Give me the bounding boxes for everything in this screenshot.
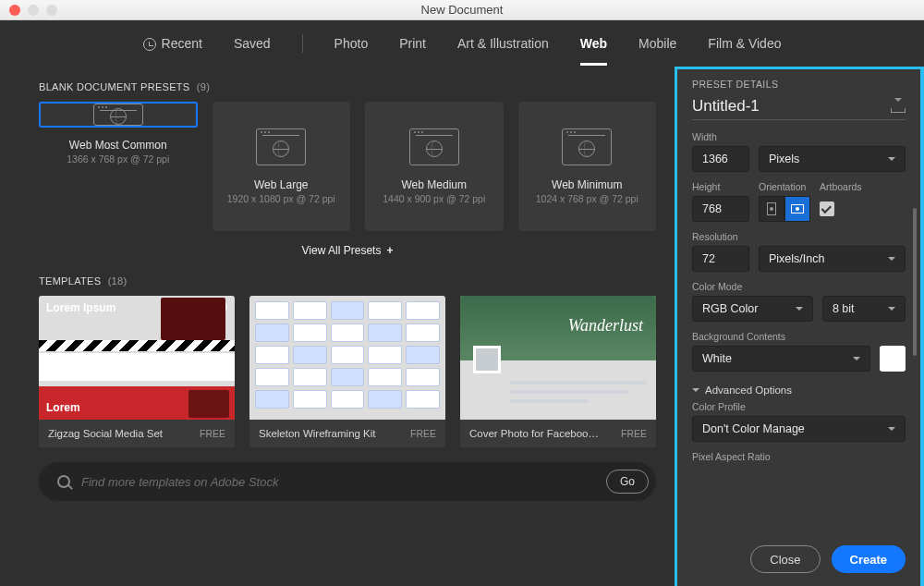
- height-input[interactable]: 768: [692, 196, 749, 222]
- clock-icon: [143, 38, 156, 51]
- plus-icon: +: [386, 244, 393, 257]
- tab-art[interactable]: Art & Illustration: [457, 32, 549, 55]
- orientation-portrait[interactable]: [759, 196, 784, 222]
- tab-film[interactable]: Film & Video: [708, 32, 781, 55]
- tab-recent[interactable]: Recent: [143, 32, 202, 55]
- dialog: Recent Saved Photo Print Art & Illustrat…: [0, 20, 924, 586]
- search-icon: [57, 475, 70, 488]
- bg-select[interactable]: White: [692, 346, 870, 372]
- presets-heading: BLANK DOCUMENT PRESETS (9): [39, 81, 656, 92]
- preset-web-minimum[interactable]: Web Minimum 1024 x 768 px @ 72 ppi: [518, 102, 657, 231]
- search-placeholder: Find more templates on Adobe Stock: [81, 475, 595, 489]
- save-preset-icon[interactable]: [891, 100, 906, 113]
- colorprofile-select[interactable]: Don't Color Manage: [692, 416, 906, 442]
- resolution-unit-select[interactable]: Pixels/Inch: [759, 246, 906, 272]
- zoom-window-icon[interactable]: [46, 5, 57, 16]
- template-coverphoto[interactable]: Wanderlust Cover Photo for Facebook with…: [460, 296, 656, 447]
- view-all-presets[interactable]: View All Presets+: [39, 244, 656, 257]
- height-label: Height: [692, 181, 749, 192]
- tab-photo[interactable]: Photo: [334, 32, 369, 55]
- artboards-label: Artboards: [820, 181, 862, 192]
- chevron-down-icon: [796, 307, 803, 314]
- templates-heading: TEMPLATES (18): [39, 275, 656, 287]
- par-label: Pixel Aspect Ratio: [692, 451, 906, 462]
- colorprofile-label: Color Profile: [692, 401, 906, 412]
- template-skeleton[interactable]: Skeleton Wireframing KitFREE: [249, 296, 445, 447]
- resolution-input[interactable]: 72: [692, 246, 749, 272]
- scrollbar[interactable]: [913, 79, 917, 521]
- orientation-landscape[interactable]: [784, 196, 810, 222]
- bitdepth-select[interactable]: 8 bit: [822, 296, 906, 322]
- orientation-toggle: [759, 196, 810, 222]
- tab-saved[interactable]: Saved: [234, 32, 271, 55]
- web-preset-icon: [562, 128, 612, 165]
- titlebar: New Document: [0, 0, 924, 20]
- close-window-icon[interactable]: [9, 5, 20, 16]
- tab-print[interactable]: Print: [399, 32, 426, 55]
- chevron-down-icon: [853, 357, 860, 364]
- width-input[interactable]: 1366: [692, 146, 749, 172]
- stock-search[interactable]: Find more templates on Adobe Stock Go: [39, 462, 656, 501]
- template-zigzag[interactable]: Lorem Ipsum 00 Lorem Zigzag Social Media…: [39, 296, 235, 447]
- window-title: New Document: [0, 3, 924, 17]
- preset-grid: Web Most Common 1366 x 768 px @ 72 ppi W…: [39, 102, 656, 231]
- colormode-select[interactable]: RGB Color: [692, 296, 813, 322]
- tab-mobile[interactable]: Mobile: [638, 32, 676, 55]
- document-name-input[interactable]: Untitled-1: [692, 97, 891, 116]
- orientation-label: Orientation: [759, 181, 810, 192]
- template-thumbnail: [249, 296, 445, 420]
- advanced-toggle[interactable]: Advanced Options: [692, 385, 906, 396]
- chevron-down-icon: [888, 307, 895, 314]
- preset-web-large[interactable]: Web Large 1920 x 1080 px @ 72 ppi: [213, 102, 351, 231]
- chevron-down-icon: [888, 427, 895, 434]
- minimize-window-icon[interactable]: [28, 5, 39, 16]
- web-preset-icon: [409, 128, 459, 165]
- template-thumbnail: Lorem Ipsum 00 Lorem: [39, 296, 235, 420]
- category-tabs: Recent Saved Photo Print Art & Illustrat…: [0, 20, 924, 67]
- artboards-checkbox[interactable]: [820, 201, 834, 216]
- preset-details-panel: PRESET DETAILS Untitled-1 Width 1366 Pix…: [675, 67, 924, 586]
- resolution-label: Resolution: [692, 231, 906, 242]
- preset-web-medium[interactable]: Web Medium 1440 x 900 px @ 72 ppi: [365, 102, 504, 231]
- bg-label: Background Contents: [692, 331, 906, 342]
- template-thumbnail: Wanderlust: [460, 296, 656, 420]
- bg-color-swatch[interactable]: [880, 346, 906, 372]
- content-area: BLANK DOCUMENT PRESETS (9) Web Most Comm…: [0, 67, 675, 586]
- web-preset-icon: [256, 128, 306, 165]
- panel-heading: PRESET DETAILS: [692, 79, 906, 90]
- template-grid: Lorem Ipsum 00 Lorem Zigzag Social Media…: [39, 296, 656, 447]
- chevron-down-icon: [888, 157, 895, 165]
- tab-web[interactable]: Web: [580, 32, 607, 55]
- chevron-down-icon: [692, 388, 699, 396]
- create-button[interactable]: Create: [832, 545, 906, 573]
- close-button[interactable]: Close: [750, 545, 820, 573]
- dialog-footer: Close Create: [677, 534, 920, 586]
- colormode-label: Color Mode: [692, 281, 906, 292]
- divider: [302, 34, 303, 53]
- window-controls: [9, 5, 57, 16]
- web-preset-icon: [93, 104, 143, 126]
- width-label: Width: [692, 131, 906, 142]
- preset-web-most-common[interactable]: Web Most Common 1366 x 768 px @ 72 ppi: [39, 102, 198, 128]
- chevron-down-icon: [888, 257, 895, 264]
- unit-select[interactable]: Pixels: [759, 146, 906, 172]
- go-button[interactable]: Go: [606, 470, 649, 494]
